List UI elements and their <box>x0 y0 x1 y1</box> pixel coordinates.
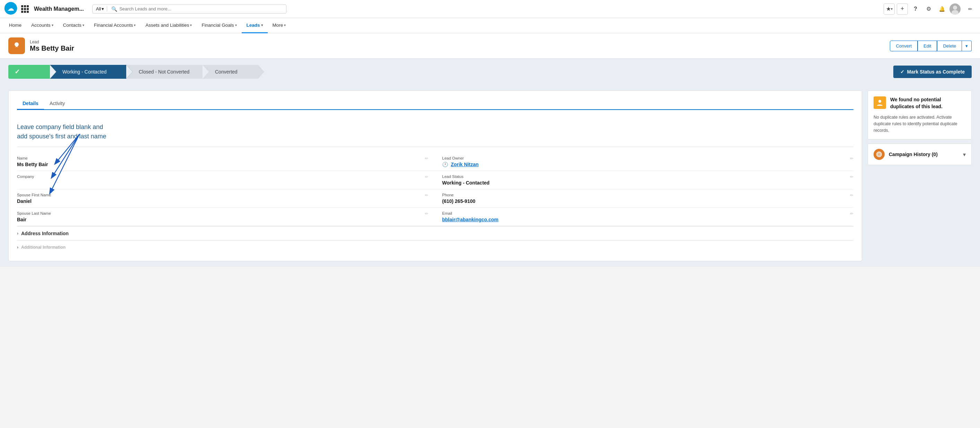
user-avatar[interactable] <box>950 3 961 14</box>
edit-name-icon[interactable]: ✏ <box>425 156 428 161</box>
instruction-section: Leave company field blank and add spouse… <box>17 117 853 147</box>
nav-leads[interactable]: Leads ▾ <box>242 18 268 33</box>
settings-button[interactable]: ⚙ <box>923 3 934 14</box>
instruction-box: Leave company field blank and add spouse… <box>17 117 853 147</box>
salesforce-logo[interactable]: ☁ <box>4 2 18 16</box>
assets-chevron: ▾ <box>190 23 192 27</box>
bell-icon: 🔔 <box>939 6 945 12</box>
edit-button[interactable]: Edit <box>918 41 937 51</box>
field-spouse-first-group: Spouse First Name Daniel <box>17 193 425 204</box>
accounts-chevron: ▾ <box>52 23 53 27</box>
convert-button[interactable]: Convert <box>890 41 918 51</box>
record-header-left: Lead Ms Betty Bair <box>8 37 74 54</box>
campaign-icon <box>873 149 885 160</box>
main-content: Details Activity Leave company field bla… <box>0 85 980 267</box>
nav-assets-liabilities[interactable]: Assets and Liabilities ▾ <box>140 18 197 33</box>
tab-details[interactable]: Details <box>17 98 44 110</box>
svg-point-19 <box>878 100 881 103</box>
svg-rect-8 <box>21 11 23 13</box>
search-scope-select[interactable]: All ▾ <box>96 6 107 11</box>
status-step-closed[interactable]: Closed - Not Converted <box>126 65 202 79</box>
duplicate-card: We found no potential duplicates of this… <box>868 91 972 139</box>
main-nav: Home Accounts ▾ Contacts ▾ Financial Acc… <box>0 18 980 33</box>
right-panel: We found no potential duplicates of this… <box>868 91 972 261</box>
field-row-name-owner: Name Ms Betty Bair ✏ Lead Owner 🕐 Zorik … <box>17 153 853 171</box>
svg-point-14 <box>15 43 18 46</box>
search-icon: 🔍 <box>111 6 117 12</box>
svg-rect-2 <box>21 5 23 7</box>
search-bar: All ▾ 🔍 <box>92 5 286 14</box>
delete-button[interactable]: Delete <box>937 41 962 51</box>
edit-email-icon[interactable]: ✏ <box>850 211 853 216</box>
edit-spouse-last-icon[interactable]: ✏ <box>425 211 428 216</box>
nav-home[interactable]: Home <box>4 18 26 33</box>
nav-financial-accounts[interactable]: Financial Accounts ▾ <box>89 18 141 33</box>
chevron-down-icon: ▾ <box>891 7 892 11</box>
nav-accounts[interactable]: Accounts ▾ <box>26 18 58 33</box>
edit-spouse-first-icon[interactable]: ✏ <box>425 193 428 198</box>
nav-edit-icon[interactable]: ✏ <box>965 3 976 14</box>
field-company-group: Company <box>17 175 425 180</box>
edit-owner-icon[interactable]: ✏ <box>850 156 853 161</box>
field-row-spouse-phone: Spouse First Name Daniel ✏ Phone (610) 2… <box>17 189 853 208</box>
search-input[interactable] <box>119 6 283 11</box>
help-button[interactable]: ? <box>910 3 921 14</box>
plus-icon: + <box>900 5 904 13</box>
svg-rect-3 <box>24 5 26 7</box>
edit-phone-icon[interactable]: ✏ <box>850 193 853 198</box>
tab-activity[interactable]: Activity <box>44 98 70 110</box>
status-bar-wrapper: ✓ Working - Contacted Closed - Not Conve… <box>0 59 980 85</box>
status-step-working[interactable]: Working - Contacted <box>50 65 126 79</box>
field-spouse-last-group: Spouse Last Name Bair <box>17 211 425 222</box>
svg-rect-6 <box>24 8 26 10</box>
record-name: Ms Betty Bair <box>30 45 74 53</box>
svg-rect-7 <box>27 8 29 10</box>
address-chevron-icon: › <box>17 231 18 236</box>
field-phone-group: Phone (610) 265-9100 <box>428 193 850 204</box>
nav-financial-goals[interactable]: Financial Goals ▾ <box>197 18 241 33</box>
checkmark-icon: ✓ <box>14 68 20 76</box>
notifications-button[interactable]: 🔔 <box>936 3 947 14</box>
checkmark-complete-icon: ✓ <box>900 69 904 75</box>
field-owner-group: Lead Owner 🕐 Zorik Nitzan <box>428 156 850 167</box>
additional-section-header[interactable]: › Additional Information <box>17 240 853 254</box>
status-step-completed[interactable]: ✓ <box>8 65 50 79</box>
field-name-group: Name Ms Betty Bair <box>17 156 425 167</box>
left-panel: Details Activity Leave company field bla… <box>8 91 862 261</box>
svg-text:☁: ☁ <box>7 5 14 12</box>
star-icon: ★ <box>886 6 891 12</box>
edit-status-icon[interactable]: ✏ <box>850 175 853 179</box>
campaign-left: Campaign History (0) <box>873 149 938 160</box>
edit-company-icon[interactable]: ✏ <box>425 175 428 179</box>
actions-dropdown-button[interactable]: ▾ <box>962 41 972 51</box>
status-step-converted[interactable]: Converted <box>202 65 258 79</box>
owner-clock-icon: 🕐 <box>442 162 448 167</box>
mark-complete-button[interactable]: ✓ Mark Status as Complete <box>893 65 972 78</box>
field-row-spouselast-email: Spouse Last Name Bair ✏ Email bblair@aba… <box>17 208 853 226</box>
nav-icons: ★ ▾ + ? ⚙ 🔔 <box>884 3 961 14</box>
field-email-group: Email bblair@abankingco.com <box>428 211 850 222</box>
app-launcher-icon[interactable] <box>20 4 30 14</box>
financial-accounts-chevron: ▾ <box>134 23 135 27</box>
record-object-type: Lead <box>30 40 74 45</box>
nav-contacts[interactable]: Contacts ▾ <box>58 18 89 33</box>
question-icon: ? <box>914 6 917 12</box>
address-section-header[interactable]: › Address Information <box>17 226 853 240</box>
more-chevron: ▾ <box>284 23 286 27</box>
campaign-expand-icon: ▾ <box>963 151 966 158</box>
favorites-button[interactable]: ★ ▾ <box>884 3 895 14</box>
lead-icon <box>8 37 25 54</box>
contacts-chevron: ▾ <box>83 23 84 27</box>
status-steps: ✓ Working - Contacted Closed - Not Conve… <box>8 65 886 79</box>
svg-rect-9 <box>24 11 26 13</box>
app-name: Wealth Managem... <box>34 6 84 12</box>
svg-rect-5 <box>21 8 23 10</box>
nav-more[interactable]: More ▾ <box>268 18 291 33</box>
gear-icon: ⚙ <box>926 6 931 12</box>
add-button[interactable]: + <box>897 3 908 14</box>
leads-chevron: ▾ <box>261 23 263 27</box>
campaign-history-card[interactable]: Campaign History (0) ▾ <box>868 143 972 165</box>
record-actions: Convert Edit Delete ▾ <box>890 41 972 51</box>
duplicate-header: We found no potential duplicates of this… <box>873 96 966 110</box>
duplicate-icon <box>873 96 886 109</box>
